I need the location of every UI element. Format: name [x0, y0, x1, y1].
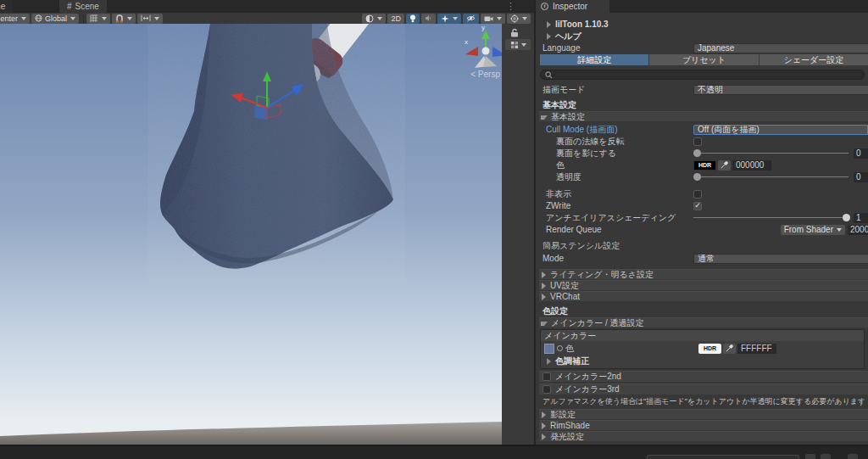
- transparency-value[interactable]: 0: [854, 172, 868, 182]
- scene-effects-dropdown[interactable]: [437, 14, 461, 24]
- persp-toggle[interactable]: < Persp: [470, 70, 500, 79]
- move-snap-dropdown[interactable]: [137, 14, 163, 24]
- light-bulb-icon: [409, 14, 416, 23]
- uv-foldout-label: UV設定: [550, 280, 579, 292]
- main2nd-checkbox[interactable]: [542, 372, 551, 381]
- shading-mode-dropdown[interactable]: [362, 14, 386, 24]
- zwrite-checkbox[interactable]: ✓: [693, 202, 702, 210]
- camera-icon: [484, 15, 493, 22]
- foldout-closed-icon: [547, 33, 551, 40]
- tab-game[interactable]: Game: [0, 0, 13, 13]
- tab-shader-settings[interactable]: シェーダー設定: [760, 54, 868, 65]
- language-dropdown[interactable]: Japanese: [693, 43, 868, 53]
- chevron-down-icon: [497, 17, 502, 20]
- uv-foldout[interactable]: UV設定: [539, 280, 868, 290]
- base-section-header: 基本設定: [540, 100, 868, 110]
- main-color-foldout[interactable]: メインカラー / 透過設定: [539, 317, 868, 327]
- backface-shadow-row: 裏面を影にする 0: [540, 148, 868, 159]
- flip-backface-normal-checkbox[interactable]: [693, 137, 702, 146]
- grid-icon: [90, 14, 98, 23]
- main3rd-bar[interactable]: メインカラー3rd: [539, 383, 868, 395]
- transparency-slider[interactable]: [693, 172, 849, 182]
- aa-shading-slider[interactable]: [693, 213, 849, 223]
- snap-move-icon: [141, 14, 151, 22]
- 2d-label: 2D: [391, 14, 401, 23]
- bottom-button[interactable]: [848, 454, 858, 459]
- snap-increment-dropdown[interactable]: [112, 14, 136, 24]
- emission-foldout[interactable]: 発光設定: [539, 431, 868, 441]
- render-queue-value[interactable]: 2000: [848, 225, 868, 235]
- grid-visibility-dropdown[interactable]: [86, 14, 110, 24]
- eyedropper-button[interactable]: [718, 160, 731, 171]
- base-settings-foldout[interactable]: 基本設定: [539, 111, 868, 121]
- main-color-group-title: メインカラー: [544, 330, 596, 342]
- gizmos-dropdown[interactable]: [505, 39, 531, 50]
- stencil-mode-dropdown[interactable]: 通常: [693, 254, 868, 264]
- main-color-swatch[interactable]: HDR: [698, 344, 721, 354]
- render-queue-mode-dropdown[interactable]: From Shader: [781, 225, 845, 235]
- aa-shading-row: アンチエイリアスシェーディング 1: [540, 212, 868, 223]
- cull-mode-label[interactable]: Cull Mode (描画面): [540, 124, 693, 136]
- main-color-hex[interactable]: FFFFFF: [737, 344, 776, 354]
- aa-shading-value[interactable]: 1: [854, 213, 868, 223]
- bottom-button[interactable]: [821, 454, 831, 459]
- main2nd-bar[interactable]: メインカラー2nd: [539, 371, 868, 382]
- tab-detail-settings[interactable]: 詳細設定: [540, 54, 648, 65]
- inspector-tabbar: i Inspector: [536, 0, 868, 13]
- eyedropper-button[interactable]: [723, 344, 736, 354]
- main-texture-thumbnail[interactable]: [544, 344, 554, 354]
- render-queue-mode: From Shader: [784, 225, 833, 234]
- backface-color-hex[interactable]: 000000: [732, 160, 771, 171]
- tab-presets[interactable]: プリセット: [649, 54, 758, 65]
- tool-handle-pivot-dropdown[interactable]: Center: [0, 14, 30, 24]
- tone-correction-foldout[interactable]: 色調補正: [544, 355, 864, 367]
- hdr-badge: HDR: [698, 162, 711, 168]
- scene-audio-toggle[interactable]: [421, 14, 436, 24]
- aa-shading-label: アンチエイリアスシェーディング: [540, 212, 693, 224]
- tab-inspector[interactable]: i Inspector: [536, 0, 609, 13]
- chevron-down-icon: [21, 17, 26, 20]
- search-row: [540, 70, 865, 81]
- cull-mode-dropdown[interactable]: Off (両面を描画): [693, 125, 868, 135]
- invisible-checkbox[interactable]: [693, 190, 702, 199]
- foldout-closed-icon: [542, 411, 546, 418]
- bottom-button[interactable]: [805, 454, 815, 459]
- scene-lighting-toggle[interactable]: [406, 14, 420, 24]
- backface-shadow-value[interactable]: 0: [854, 148, 868, 159]
- scene-visibility-toggle[interactable]: [463, 14, 479, 24]
- bottom-statusbar: [0, 445, 868, 459]
- object-picker-icon[interactable]: [557, 345, 563, 351]
- tool-handle-orientation-dropdown[interactable]: Global: [31, 14, 79, 24]
- backface-color-row: 色 HDR 000000: [540, 160, 868, 171]
- lighting-foldout[interactable]: ライティング・明るさ設定: [539, 269, 868, 279]
- toggle-2d-button[interactable]: 2D: [387, 14, 404, 24]
- inspector-panel: i Inspector lilToon 1.10.3 ヘルプ Language …: [536, 0, 868, 445]
- search-input[interactable]: [540, 70, 865, 80]
- draw-mode-value: 不透明: [698, 85, 723, 95]
- rimshade-foldout[interactable]: RimShade: [539, 420, 868, 430]
- scene-viewport[interactable]: x y < Persp: [0, 24, 502, 445]
- flip-backface-normal-label: 裏面の法線を反転: [540, 136, 693, 148]
- backface-color-swatch[interactable]: HDR: [693, 160, 716, 171]
- foldout-closed-icon: [542, 271, 546, 278]
- foldout-closed-icon: [542, 423, 546, 429]
- transparency-row: 透明度 0: [540, 171, 868, 182]
- vrchat-foldout[interactable]: VRChat: [539, 291, 868, 301]
- scene-camera-dropdown[interactable]: [481, 14, 505, 24]
- component-tools-dropdown[interactable]: [507, 14, 531, 24]
- bottom-search-field[interactable]: [647, 455, 799, 459]
- shader-title-foldout[interactable]: lilToon 1.10.3: [540, 19, 868, 30]
- backface-shadow-slider[interactable]: [693, 148, 849, 159]
- chevron-down-icon: [70, 17, 75, 20]
- help-foldout[interactable]: ヘルプ: [540, 31, 868, 42]
- tab-scene[interactable]: #Scene: [59, 0, 107, 13]
- main3rd-checkbox[interactable]: [542, 385, 551, 394]
- main-color-group: メインカラー 色 HDR FFFFFF 色調補正: [540, 329, 865, 369]
- lock-icon[interactable]: [510, 28, 519, 37]
- shadow-foldout[interactable]: 影設定: [539, 409, 868, 419]
- draw-mode-dropdown[interactable]: 不透明: [693, 85, 868, 95]
- magnet-icon: [115, 14, 124, 23]
- main-color-row: 色 HDR FFFFFF: [544, 343, 864, 354]
- scene-menu-kebab-icon[interactable]: ⋮: [506, 1, 515, 12]
- invisible-label: 非表示: [540, 188, 693, 200]
